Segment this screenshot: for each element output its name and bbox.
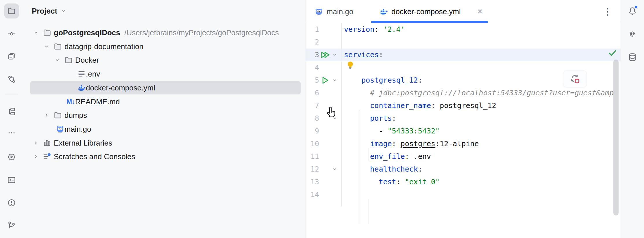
run-options-chevron-icon[interactable] xyxy=(331,77,338,84)
tree-item-label: .env xyxy=(86,70,100,79)
code-line: test: "exit 0" xyxy=(344,176,621,188)
run-all-button[interactable] xyxy=(320,50,330,60)
code-line: healthcheck: xyxy=(344,163,621,176)
tree-item-label: Scratches and Consoles xyxy=(54,152,135,161)
folder-icon xyxy=(53,42,62,51)
project-path: /Users/jetbrains/myProjects/goPostgresql… xyxy=(120,28,279,37)
folder-icon xyxy=(64,56,73,64)
services-icon xyxy=(7,153,16,161)
run-options-chevron-icon[interactable] xyxy=(331,51,338,58)
inspections-ok-icon[interactable] xyxy=(608,48,617,58)
tree-item-label: main.go xyxy=(64,125,91,134)
pr-icon xyxy=(7,75,16,84)
chevron-down-icon xyxy=(60,8,67,14)
code-editor[interactable]: 1234567891011121314 version: '2.4'servic… xyxy=(306,23,621,238)
docker-icon xyxy=(77,83,86,92)
close-tab-icon[interactable]: ✕ xyxy=(477,8,483,16)
more-tool-windows-tool-button[interactable] xyxy=(4,125,19,140)
tool-window-stripe-right xyxy=(621,0,644,238)
chevron-down-icon[interactable] xyxy=(54,57,61,64)
tab-label: main.go xyxy=(327,7,354,16)
notification-badge xyxy=(634,5,638,9)
tree-item-gopostgresqldocs[interactable]: goPostgresqlDocs /Users/jetbrains/myProj… xyxy=(23,26,306,39)
commit-icon xyxy=(7,29,16,38)
tree-item--env[interactable]: .env xyxy=(23,67,306,81)
editor-tab-bar: main.go docker-compose.yml ✕ ⋮ xyxy=(306,0,621,23)
chevron-right-icon[interactable] xyxy=(32,140,39,146)
code-line: image: postgres:12-alpine xyxy=(344,137,621,150)
services-tool-button[interactable] xyxy=(4,149,19,164)
code-line xyxy=(344,188,621,201)
line-number: 5 xyxy=(306,74,319,87)
editor-scrollbar[interactable] xyxy=(613,60,619,215)
notifications-button[interactable] xyxy=(625,3,640,18)
chevron-down-icon[interactable] xyxy=(32,29,39,36)
docker-icon xyxy=(379,7,388,16)
fold-chevron-icon[interactable] xyxy=(331,166,338,173)
version-control-tool-button[interactable] xyxy=(4,218,19,233)
gutter-line-numbers: 1234567891011121314 xyxy=(306,23,319,201)
terminal-tool-button[interactable] xyxy=(4,172,19,187)
tree-item-main-go[interactable]: main.go xyxy=(23,122,306,136)
database-button[interactable] xyxy=(625,50,640,65)
tree-item-scratches-and-consoles[interactable]: Scratches and Consoles xyxy=(23,150,306,163)
line-number: 10 xyxy=(306,137,319,150)
tree-item-label: goPostgresqlDocs /Users/jetbrains/myProj… xyxy=(54,28,279,37)
project-view-selector[interactable]: Project xyxy=(32,6,67,16)
tree-selection xyxy=(30,81,301,94)
tree-item-label: datagrip-documentation xyxy=(64,42,143,51)
tree-item-label: dumps xyxy=(64,111,87,120)
commit-tool-button[interactable] xyxy=(4,26,19,41)
code-line: - "54333:5432" xyxy=(344,125,621,137)
folder-icon xyxy=(53,111,62,120)
structure-tool-button[interactable] xyxy=(4,104,19,119)
fold-chevron-icon[interactable] xyxy=(331,115,338,122)
tree-item-docker[interactable]: Docker xyxy=(23,53,306,67)
code-line xyxy=(344,36,621,49)
library-icon xyxy=(43,139,51,147)
chevron-down-icon[interactable] xyxy=(43,43,50,50)
code-line: container_name: postgresql_12 xyxy=(344,99,621,112)
tree-item-label: External Libraries xyxy=(54,139,112,148)
line-number: 6 xyxy=(306,87,319,99)
go-gopher-icon xyxy=(314,7,323,16)
line-number: 7 xyxy=(306,99,319,112)
chevron-right-icon[interactable] xyxy=(32,153,39,160)
problems-icon xyxy=(7,198,16,207)
project-tool-button[interactable] xyxy=(4,3,19,18)
editor-area: main.go docker-compose.yml ✕ ⋮ 123456789… xyxy=(306,0,621,238)
chevron-right-icon[interactable] xyxy=(43,112,50,119)
terminal-icon xyxy=(7,176,16,184)
line-number: 8 xyxy=(306,112,319,125)
tab-label: docker-compose.yml xyxy=(391,7,461,16)
tree-item-datagrip-documentation[interactable]: datagrip-documentation xyxy=(23,40,306,53)
docker-restart-service-button[interactable] xyxy=(563,70,587,87)
tree-item-dumps[interactable]: dumps xyxy=(23,109,306,122)
more-icon xyxy=(7,129,16,137)
active-tab-underline xyxy=(371,21,488,23)
code-line: env_file: .env xyxy=(344,150,621,163)
line-number: 13 xyxy=(306,176,319,188)
tree-item-readme-md[interactable]: M↓README.md xyxy=(23,95,306,108)
scratch-icon xyxy=(43,152,51,161)
restart-stop-icon xyxy=(569,73,581,85)
line-number: 2 xyxy=(306,36,319,49)
code-line: services: xyxy=(344,49,621,61)
code-line: # jdbc:postgresql://localhost:54333/gues… xyxy=(344,87,621,99)
line-number: 1 xyxy=(306,23,319,36)
editor-options-menu-icon[interactable]: ⋮ xyxy=(601,5,614,18)
run-button[interactable] xyxy=(320,75,330,85)
tree-item-external-libraries[interactable]: External Libraries xyxy=(23,136,306,150)
tab-docker-compose-yml[interactable]: docker-compose.yml ✕ xyxy=(371,0,488,23)
tab-main-go[interactable]: main.go xyxy=(310,0,367,23)
ai-assistant-button[interactable] xyxy=(625,27,640,42)
pull-requests-tool-button[interactable] xyxy=(4,72,19,87)
problems-tool-button[interactable] xyxy=(4,195,19,210)
bookmarks-tool-button[interactable] xyxy=(4,49,19,64)
project-view-title: Project xyxy=(32,7,57,16)
line-number: 4 xyxy=(306,61,319,74)
tree-item-label: Docker xyxy=(75,56,99,65)
tree-item-docker-compose-yml[interactable]: docker-compose.yml xyxy=(23,81,306,94)
ai-icon xyxy=(628,29,637,39)
intention-bulb-icon[interactable] xyxy=(345,60,356,70)
